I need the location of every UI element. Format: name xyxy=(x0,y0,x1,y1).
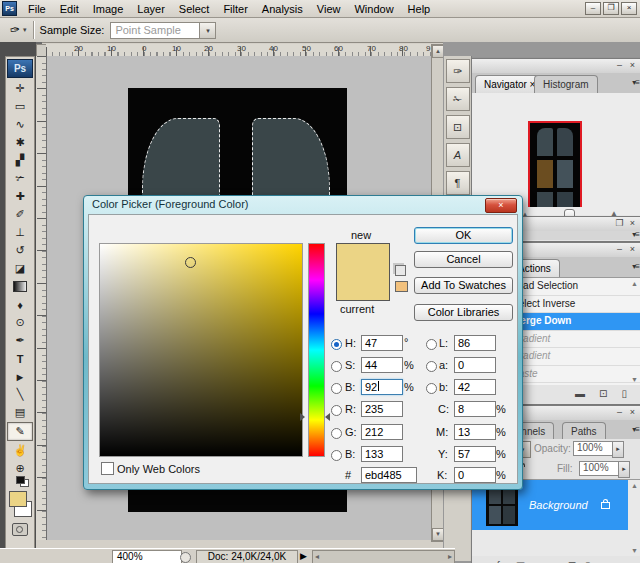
h-radio[interactable] xyxy=(331,339,342,350)
minimize-panel-icon[interactable]: – xyxy=(614,244,625,255)
close-panel-icon[interactable]: × xyxy=(627,244,638,255)
bb-radio[interactable] xyxy=(426,383,437,394)
scroll-left-icon[interactable]: ◂ xyxy=(315,552,319,561)
opacity-spinner-icon[interactable]: ▸ xyxy=(612,441,624,458)
menu-filter[interactable]: Filter xyxy=(216,2,254,16)
b-field[interactable]: 92 xyxy=(361,379,403,395)
paragraph-panel-icon[interactable]: ¶ xyxy=(446,171,470,195)
gamut-warning-icon[interactable] xyxy=(395,265,406,276)
g-radio[interactable] xyxy=(331,428,342,439)
close-panel-icon[interactable]: × xyxy=(627,60,638,71)
hue-slider[interactable] xyxy=(308,243,325,457)
zoom-tool-button[interactable]: ⊕ xyxy=(8,460,32,477)
close-panel-icon[interactable]: × xyxy=(627,407,638,418)
minimize-panel-icon[interactable]: – xyxy=(614,60,625,71)
eraser-tool-button[interactable]: ◪ xyxy=(8,260,32,277)
tab-histogram[interactable]: Histogram xyxy=(534,75,598,93)
pen-tool-button[interactable]: ✒ xyxy=(8,332,32,349)
tab-paths[interactable]: Paths xyxy=(562,422,606,440)
k-field[interactable]: 0 xyxy=(454,467,496,483)
scroll-down-icon[interactable]: ▼ xyxy=(631,376,638,383)
color-libraries-button[interactable]: Color Libraries xyxy=(414,304,513,321)
scroll-right-icon[interactable]: ▸ xyxy=(448,552,452,561)
scroll-up-icon[interactable]: ▲ xyxy=(631,482,638,489)
quick-selection-tool-button[interactable]: ✱ xyxy=(8,134,32,151)
path-selection-tool-button[interactable]: ► xyxy=(8,368,32,385)
bb-field[interactable]: 42 xyxy=(454,379,496,395)
c-field[interactable]: 8 xyxy=(454,401,496,417)
clone-stamp-tool-button[interactable]: ⊥ xyxy=(8,224,32,241)
new-layer-icon[interactable]: ⊞ xyxy=(568,560,576,563)
hue-slider-right-arrow-icon[interactable] xyxy=(325,413,330,421)
b2-radio[interactable] xyxy=(331,450,342,461)
doc-size-info[interactable]: Doc: 24,0K/24,0K xyxy=(196,550,298,563)
menu-help[interactable]: Help xyxy=(401,2,438,16)
hex-field[interactable]: ebd485 xyxy=(361,467,417,483)
clone-source-panel-icon[interactable]: ⊡ xyxy=(446,115,470,139)
adjustment-layer-icon[interactable]: ◑ xyxy=(534,560,540,563)
s-field[interactable]: 44 xyxy=(361,357,403,373)
panel-menu-icon[interactable]: ▾≡ xyxy=(632,78,639,87)
menu-view[interactable]: View xyxy=(310,2,348,16)
scroll-down-icon[interactable]: ▼ xyxy=(631,547,638,554)
g-field[interactable]: 212 xyxy=(361,424,403,440)
layer-effects-icon[interactable]: fx. xyxy=(496,560,507,563)
gamut-color-swatch[interactable] xyxy=(395,281,408,292)
menu-edit[interactable]: Edit xyxy=(53,2,86,16)
s-radio[interactable] xyxy=(331,361,342,372)
restore-panel-icon[interactable]: ❐ xyxy=(614,218,625,229)
l-radio[interactable] xyxy=(426,339,437,350)
eyedropper-tool-button[interactable]: ✎ xyxy=(7,422,33,441)
delete-action-icon[interactable]: ▯ xyxy=(621,388,627,399)
horizontal-scrollbar[interactable]: ◂ ▸ xyxy=(312,550,455,563)
slice-tool-button[interactable]: ✃ xyxy=(8,170,32,187)
b-radio[interactable] xyxy=(331,383,342,394)
quick-mask-button[interactable] xyxy=(12,523,28,536)
saturation-brightness-field[interactable] xyxy=(99,243,303,457)
h-field[interactable]: 47 xyxy=(361,335,403,351)
layer-group-icon[interactable]: ▭ xyxy=(549,560,558,563)
status-menu-arrow-icon[interactable]: ▶ xyxy=(300,551,307,561)
opacity-value[interactable]: 100% xyxy=(573,441,613,456)
close-panel-icon[interactable]: × xyxy=(627,218,638,229)
fill-value[interactable]: 100% xyxy=(579,461,619,476)
b2-field[interactable]: 133 xyxy=(361,446,403,462)
sample-size-dropdown[interactable]: Point Sample ▾ xyxy=(110,22,216,39)
r-field[interactable]: 235 xyxy=(361,401,403,417)
link-layers-icon[interactable]: ∞ xyxy=(480,560,487,563)
a-field[interactable]: 0 xyxy=(454,357,496,373)
a-radio[interactable] xyxy=(426,361,437,372)
history-brush-tool-button[interactable]: ↺ xyxy=(8,242,32,259)
lasso-tool-button[interactable]: ∿ xyxy=(8,116,32,133)
blur-tool-button[interactable]: ♦ xyxy=(8,296,32,313)
cancel-button[interactable]: Cancel xyxy=(414,251,513,268)
menu-layer[interactable]: Layer xyxy=(130,2,172,16)
restore-button[interactable]: ❐ xyxy=(603,2,619,15)
dodge-tool-button[interactable]: ⊙ xyxy=(8,314,32,331)
type-tool-button[interactable]: T xyxy=(8,350,32,367)
line-tool-button[interactable]: ╲ xyxy=(8,386,32,403)
notes-tool-button[interactable]: ▤ xyxy=(8,404,32,421)
layer-mask-icon[interactable]: ▣ xyxy=(516,560,525,563)
only-web-colors-checkbox[interactable] xyxy=(101,462,114,475)
marquee-tool-button[interactable]: ▭ xyxy=(8,98,32,115)
menu-image[interactable]: Image xyxy=(86,2,131,16)
brushes-panel-icon[interactable]: ✑ xyxy=(446,59,470,83)
zoom-level-field[interactable]: 400% xyxy=(112,550,182,563)
ok-button[interactable]: OK xyxy=(414,227,513,244)
tool-presets-panel-icon[interactable]: ✁ xyxy=(446,87,470,111)
hand-tool-button[interactable]: ✌ xyxy=(8,442,32,459)
close-button[interactable]: × xyxy=(621,2,637,15)
tool-preset-arrow-icon[interactable]: ▾ xyxy=(23,26,27,34)
record-icon[interactable]: ⊡ xyxy=(599,388,607,399)
brush-tool-button[interactable]: ✐ xyxy=(8,206,32,223)
color-field-marker[interactable] xyxy=(185,257,196,268)
l-field[interactable]: 86 xyxy=(454,335,496,351)
fill-spinner-icon[interactable]: ▸ xyxy=(618,461,630,478)
minimize-panel-icon[interactable]: – xyxy=(614,407,625,418)
dialog-close-button[interactable]: × xyxy=(485,198,517,213)
move-tool-button[interactable]: ✛ xyxy=(8,80,32,97)
hue-slider-left-arrow-icon[interactable] xyxy=(300,413,305,421)
panel-menu-icon[interactable]: ▾≡ xyxy=(632,230,639,239)
healing-brush-tool-button[interactable]: ✚ xyxy=(8,188,32,205)
